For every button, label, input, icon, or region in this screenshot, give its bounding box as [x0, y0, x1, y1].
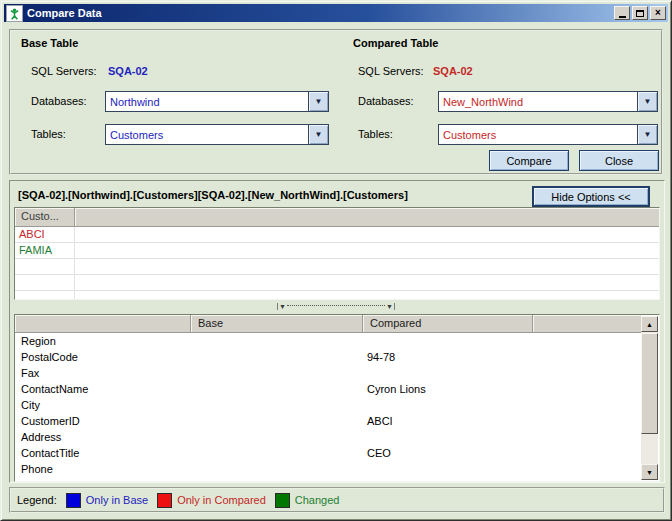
key-cell — [15, 275, 75, 290]
base-cell — [191, 349, 363, 365]
results-panel: [SQA-02].[Northwind].[Customers][SQA-02]… — [9, 180, 665, 483]
field-cell: PostalCode — [15, 349, 191, 365]
table-row[interactable] — [15, 259, 659, 275]
legend-item: Only in Compared — [157, 493, 266, 508]
field-cell: CustomerID — [15, 413, 191, 429]
minimize-icon — [619, 16, 626, 18]
table-row[interactable]: FAMIA — [15, 243, 659, 259]
compared-sql-servers-label: SQL Servers: — [358, 65, 424, 77]
legend-item-label: Changed — [295, 494, 340, 506]
close-icon: × — [655, 8, 661, 18]
base-column-header[interactable]: Base — [191, 315, 363, 333]
table-row[interactable]: ContactTitleCEO — [15, 445, 659, 461]
key-cell — [15, 259, 75, 274]
close-dialog-button[interactable]: Close — [579, 150, 659, 171]
legend-item: Changed — [275, 493, 340, 508]
key-grid-header: Custo... — [15, 208, 659, 227]
table-row[interactable]: City — [15, 397, 659, 413]
base-tables-label: Tables: — [31, 128, 66, 140]
scroll-down-icon: ▼ — [646, 469, 653, 476]
compared-cell — [363, 397, 533, 413]
scroll-up-icon: ▲ — [646, 321, 653, 328]
scroll-up-button[interactable]: ▲ — [641, 316, 658, 332]
value-cell — [75, 275, 659, 290]
detail-grid-body: RegionPostalCode94-78FaxContactNameCyron… — [15, 333, 659, 482]
field-cell: City — [15, 397, 191, 413]
table-row[interactable] — [15, 275, 659, 291]
dropdown-arrow-icon[interactable]: ▼ — [637, 92, 657, 111]
app-icon — [6, 5, 23, 22]
field-column-header[interactable] — [15, 315, 191, 333]
compared-cell — [363, 461, 533, 477]
compared-databases-label: Databases: — [358, 95, 414, 107]
key-grid-header-filler — [75, 208, 659, 226]
base-sql-servers-label: SQL Servers: — [31, 65, 97, 77]
scroll-down-button[interactable]: ▼ — [641, 464, 658, 480]
compared-tables-select[interactable]: Customers ▼ — [438, 124, 658, 145]
base-cell — [191, 445, 363, 461]
vertical-scrollbar[interactable]: ▲ ▼ — [641, 316, 658, 480]
splitter-collapse-icon[interactable]: ▼ — [278, 303, 287, 310]
key-grid-body: ABCIFAMIA — [15, 227, 659, 300]
dropdown-arrow-icon[interactable]: ▼ — [308, 125, 328, 144]
table-row[interactable]: Address — [15, 429, 659, 445]
titlebar[interactable]: Compare Data × — [4, 4, 668, 22]
compare-button[interactable]: Compare — [489, 150, 569, 171]
close-button[interactable]: × — [650, 6, 666, 20]
minimize-button[interactable] — [614, 6, 630, 20]
compared-cell — [363, 333, 533, 349]
maximize-icon — [636, 10, 644, 17]
table-row[interactable]: ABCI — [15, 227, 659, 243]
scrollbar-thumb[interactable] — [641, 333, 658, 434]
compared-cell: CEO — [363, 445, 533, 461]
legend-label: Legend: — [17, 494, 57, 506]
maximize-button[interactable] — [632, 6, 648, 20]
compared-database-value: New_NorthWind — [439, 92, 637, 111]
table-row[interactable]: ContactNameCyron Lions — [15, 381, 659, 397]
dropdown-arrow-icon[interactable]: ▼ — [308, 92, 328, 111]
base-cell — [191, 381, 363, 397]
key-grid: Custo... ABCIFAMIA — [14, 207, 660, 300]
detail-grid: Base Compared RegionPostalCode94-78FaxCo… — [14, 314, 660, 482]
compared-cell: Cyron Lions — [363, 381, 533, 397]
hide-options-button[interactable]: Hide Options << — [532, 186, 650, 207]
table-row[interactable]: CompanyNameABCi SOftware — [15, 477, 659, 482]
table-row[interactable]: PostalCode94-78 — [15, 349, 659, 365]
base-cell — [191, 365, 363, 381]
base-cell — [191, 429, 363, 445]
compared-databases-select[interactable]: New_NorthWind ▼ — [438, 91, 658, 112]
key-cell — [15, 291, 75, 300]
key-cell: FAMIA — [15, 243, 75, 258]
chevron-down-icon: ▼ — [644, 130, 652, 139]
chevron-down-icon: ▼ — [644, 97, 652, 106]
table-row[interactable]: Phone — [15, 461, 659, 477]
legend-items: Only in BaseOnly in ComparedChanged — [57, 493, 340, 508]
key-grid-column-header[interactable]: Custo... — [15, 208, 75, 226]
table-row[interactable]: Fax — [15, 365, 659, 381]
legend-swatch-icon — [275, 493, 290, 508]
window-title: Compare Data — [27, 7, 102, 19]
filler-column-header[interactable] — [533, 315, 642, 333]
window-controls: × — [612, 6, 666, 20]
detail-grid-header: Base Compared — [15, 315, 642, 333]
field-cell: Fax — [15, 365, 191, 381]
base-databases-select[interactable]: Northwind ▼ — [105, 91, 329, 112]
base-tables-select[interactable]: Customers ▼ — [105, 124, 329, 145]
table-row[interactable] — [15, 291, 659, 300]
dropdown-arrow-icon[interactable]: ▼ — [637, 125, 657, 144]
base-sql-server-value: SQA-02 — [108, 65, 148, 77]
compared-table-heading: Compared Table — [353, 37, 438, 49]
table-row[interactable]: Region — [15, 333, 659, 349]
value-cell — [75, 259, 659, 274]
legend-swatch-icon — [66, 493, 81, 508]
compared-cell — [363, 429, 533, 445]
compared-cell: 94-78 — [363, 349, 533, 365]
grid-splitter[interactable]: ▼ ▼ — [277, 302, 395, 311]
field-cell: Region — [15, 333, 191, 349]
comparison-title: [SQA-02].[Northwind].[Customers][SQA-02]… — [18, 189, 408, 201]
value-cell — [75, 291, 659, 300]
splitter-collapse-icon[interactable]: ▼ — [385, 303, 394, 310]
table-row[interactable]: CustomerIDABCI — [15, 413, 659, 429]
field-cell: Address — [15, 429, 191, 445]
compared-column-header[interactable]: Compared — [363, 315, 533, 333]
